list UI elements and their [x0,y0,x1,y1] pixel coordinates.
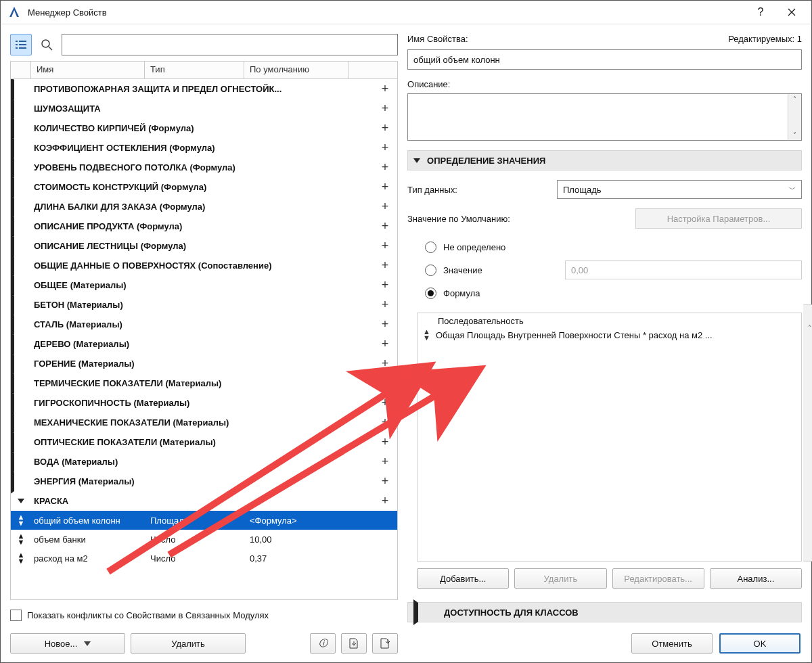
tree-group[interactable]: ПРОТИВОПОЖАРНАЯ ЗАЩИТА И ПРЕДЕЛ ОГНЕСТОЙ… [11,79,397,99]
tree-item[interactable]: ▲▼ объем банки Число 10,00 [11,530,397,549]
radio-formula[interactable]: Формула [425,281,802,304]
cancel-button[interactable]: Отменить [631,633,713,654]
tree-group[interactable]: ВОДА (Материалы) + [11,452,397,472]
add-property-icon[interactable]: + [373,160,397,175]
analyze-label: Анализ... [738,574,775,584]
group-label: ОБЩЕЕ (Материалы) [31,280,373,290]
new-button[interactable]: Новое... [10,633,125,654]
add-property-icon[interactable]: + [373,298,397,312]
sort-handle-icon[interactable]: ▲▼ [423,329,430,341]
textarea-scrollbar[interactable]: ˄ ˅ [788,94,801,140]
tree-group[interactable]: БЕТОН (Материалы) + [11,295,397,315]
ok-button[interactable]: OK [719,633,800,654]
add-property-icon[interactable]: + [373,141,397,155]
add-property-icon[interactable]: + [373,82,397,96]
tree-group[interactable]: ОПИСАНИЕ ЛЕСТНИЦЫ (Формула) + [11,236,397,256]
tree-group[interactable]: МЕХАНИЧЕСКИЕ ПОКАЗАТЕЛИ (Материалы) + [11,413,397,432]
tree-header: Имя Тип По умолчанию [10,61,398,78]
add-property-icon[interactable]: + [373,494,397,508]
group-label: ОПИСАНИЕ ПРОДУКТА (Формула) [31,221,373,231]
col-default[interactable]: По умолчанию [244,62,348,78]
add-property-icon[interactable]: + [373,376,397,390]
tree-group[interactable]: ШУМОЗАЩИТА + [11,99,397,118]
add-property-icon[interactable]: + [373,278,397,292]
col-name[interactable]: Имя [31,62,145,78]
add-property-icon[interactable]: + [373,239,397,253]
add-property-icon[interactable]: + [373,101,397,116]
add-property-icon[interactable]: + [373,396,397,410]
sort-handle-icon[interactable]: ▲▼ [11,514,31,526]
tree-group[interactable]: ГИГРОСКОПИЧНОСТЬ (Материалы) + [11,393,397,413]
tree-group[interactable]: КОЭФФИЦИЕНТ ОСТЕКЛЕНИЯ (Формула) + [11,138,397,158]
tree-group[interactable]: КОЛИЧЕСТВО КИРПИЧЕЙ (Формула) + [11,118,397,138]
add-formula-button[interactable]: Добавить... [417,568,509,589]
tree-group[interactable]: ДЕРЕВО (Материалы) + [11,334,397,354]
tree-group[interactable]: УРОВЕНЬ ПОДВЕСНОГО ПОТОЛКА (Формула) + [11,158,397,177]
add-property-icon[interactable]: + [373,219,397,233]
section-availability[interactable]: ДОСТУПНОСТЬ ДЛЯ КЛАССОВ [407,602,802,622]
add-property-icon[interactable]: + [373,317,397,332]
add-property-icon[interactable]: + [373,357,397,371]
tree-group[interactable]: ЭНЕРГИЯ (Материалы) + [11,472,397,491]
radio-undefined[interactable]: Не определено [425,235,802,258]
property-name-input[interactable] [407,49,802,70]
group-label: ШУМОЗАЩИТА [31,104,373,114]
datatype-label: Тип данных: [407,185,546,195]
show-conflicts-checkbox[interactable] [10,610,22,621]
add-property-icon[interactable]: + [373,258,397,273]
tree-group[interactable]: ОПИСАНИЕ ПРОДУКТА (Формула) + [11,216,397,236]
datatype-select[interactable]: Площадь ﹀ [557,180,802,199]
group-label: ТЕРМИЧЕСКИЕ ПОКАЗАТЕЛИ (Материалы) [31,378,373,388]
delete-formula-button: Удалить [514,568,606,589]
help-button[interactable]: ? [745,1,776,24]
tree-item[interactable]: ▲▼ расход на м2 Число 0,37 [11,549,397,568]
tree-group[interactable]: ТЕРМИЧЕСКИЕ ПОКАЗАТЕЛИ (Материалы) + [11,373,397,393]
datatype-value: Площадь [563,185,602,195]
tree-item[interactable]: ▲▼ общий объем колонн Площадь <Формула> [11,511,397,530]
sort-handle-icon[interactable]: ▲▼ [11,552,31,564]
chevron-right-icon [413,599,437,625]
delete-button[interactable]: Удалить [131,633,246,654]
info-button[interactable]: ⓘ [310,633,336,654]
add-property-icon[interactable]: + [373,435,397,449]
scroll-up-icon[interactable]: ˄ [808,324,811,332]
list-view-toggle[interactable] [10,34,32,55]
formula-scrollbar[interactable]: ˄ [803,304,812,562]
section-definition[interactable]: ОПРЕДЕЛЕНИЕ ЗНАЧЕНИЯ [407,150,802,170]
tree-group[interactable]: ДЛИНА БАЛКИ ДЛЯ ЗАКАЗА (Формула) + [11,197,397,216]
search-icon[interactable] [36,34,58,55]
formula-list[interactable]: Последовательность ▲▼ Общая Площадь Внут… [417,313,802,562]
tree-group[interactable]: ОБЩЕЕ (Материалы) + [11,275,397,295]
tree-group[interactable]: ОПТИЧЕСКИЕ ПОКАЗАТЕЛИ (Материалы) + [11,432,397,452]
chevron-right-icon[interactable] [11,469,31,495]
sort-handle-icon[interactable]: ▲▼ [11,533,31,545]
chevron-down-icon[interactable] [11,499,31,503]
tree-group[interactable]: КРАСКА + [11,491,397,511]
col-expand[interactable] [11,62,31,78]
properties-tree[interactable]: ПРОТИВОПОЖАРНАЯ ЗАЩИТА И ПРЕДЕЛ ОГНЕСТОЙ… [10,78,398,600]
col-type[interactable]: Тип [145,62,244,78]
import-button[interactable] [341,633,367,654]
close-button[interactable] [776,1,807,24]
scroll-up-icon[interactable]: ˄ [793,95,796,103]
tree-group[interactable]: ОБЩИЕ ДАННЫЕ О ПОВЕРХНОСТЯХ (Сопоставлен… [11,256,397,275]
tree-group[interactable]: СТАЛЬ (Материалы) + [11,315,397,334]
analyze-button[interactable]: Анализ... [710,568,802,589]
add-property-icon[interactable]: + [373,455,397,469]
tree-group[interactable]: ГОРЕНИЕ (Материалы) + [11,354,397,373]
formula-row[interactable]: ▲▼ Общая Площадь Внутренней Поверхности … [418,327,801,344]
description-textarea[interactable]: ˄ ˅ [407,93,802,141]
export-button[interactable] [372,633,398,654]
item-type: Число [145,534,244,545]
add-property-icon[interactable]: + [373,474,397,488]
add-property-icon[interactable]: + [373,415,397,430]
default-value-placeholder: 0,00 [571,265,588,275]
radio-value[interactable]: Значение 0,00 [425,258,802,281]
add-property-icon[interactable]: + [373,337,397,351]
scroll-down-icon[interactable]: ˅ [793,131,796,139]
search-input[interactable] [62,34,398,55]
tree-group[interactable]: СТОИМОСТЬ КОНСТРУКЦИЙ (Формула) + [11,177,397,197]
add-property-icon[interactable]: + [373,121,397,135]
add-property-icon[interactable]: + [373,180,397,194]
add-property-icon[interactable]: + [373,200,397,214]
